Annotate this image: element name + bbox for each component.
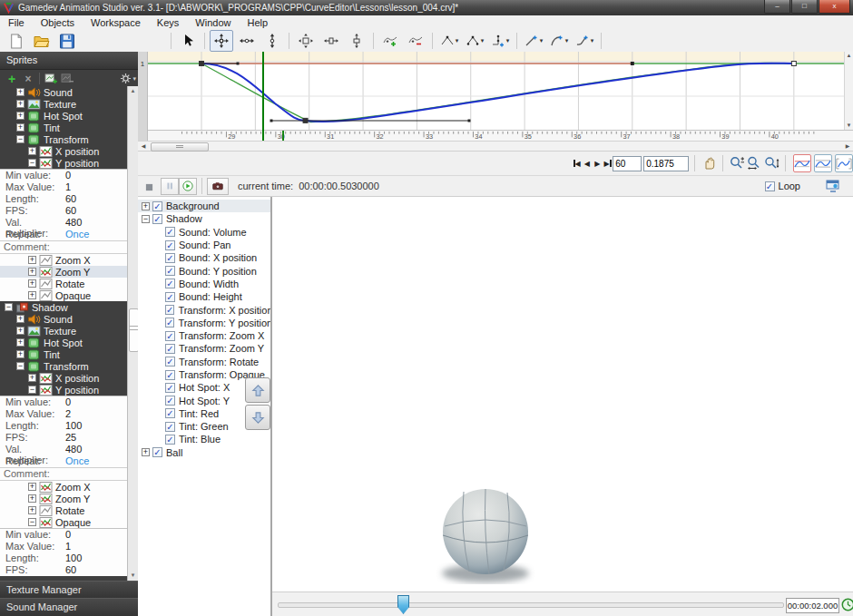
menu-item-help[interactable]: Help: [239, 15, 276, 30]
track-item-bound-height[interactable]: ✓Bound: Height: [138, 290, 270, 303]
sprite-tree-item-y-position[interactable]: −Y position: [0, 157, 128, 169]
expand-toggle[interactable]: +: [28, 291, 36, 299]
zoom-vertical-button[interactable]: [763, 154, 780, 172]
value-input[interactable]: [643, 156, 689, 171]
track-checkbox[interactable]: ✓: [165, 292, 175, 302]
dropdown-arrow-icon[interactable]: ▾: [591, 37, 594, 44]
expand-toggle[interactable]: +: [142, 202, 150, 210]
view-range-button[interactable]: [814, 154, 832, 172]
interp-scurve-tool[interactable]: ▾: [573, 30, 596, 52]
sprite-tree-item-y-position[interactable]: −Y position: [0, 384, 128, 396]
frame-ruler[interactable]: 293031323334353637383940: [148, 130, 853, 141]
add-curve-sprite-button[interactable]: [44, 72, 58, 86]
sprite-tree-item-opaque[interactable]: −Opaque: [0, 516, 128, 528]
delete-sprite-button[interactable]: ×: [21, 72, 35, 86]
expand-toggle[interactable]: +: [28, 268, 36, 276]
sprite-tree-item-x-position[interactable]: +X position: [0, 145, 128, 157]
sprite-tree-item-tint[interactable]: +Tint: [0, 122, 128, 133]
minimize-button[interactable]: –: [764, 0, 790, 14]
track-checkbox[interactable]: ✓: [165, 357, 175, 367]
pan-hand-button[interactable]: [701, 154, 718, 172]
texture-manager-panel[interactable]: Texture Manager: [0, 581, 138, 598]
tangent-smooth-tool[interactable]: ▾: [463, 30, 486, 52]
track-item-tint-blue[interactable]: ✓Tint: Blue: [138, 433, 270, 445]
scale-vertical-tool[interactable]: [345, 30, 368, 52]
scroll-up-icon[interactable]: ▲: [128, 86, 138, 96]
sound-manager-panel[interactable]: Sound Manager: [0, 598, 138, 616]
sprite-tree-item-zoom-x[interactable]: +Zoom X: [0, 481, 128, 493]
menu-item-keys[interactable]: Keys: [149, 15, 187, 30]
property-value[interactable]: Once: [65, 229, 89, 240]
expand-toggle[interactable]: −: [28, 159, 36, 167]
menu-item-objects[interactable]: Objects: [33, 15, 83, 30]
menu-item-file[interactable]: File: [0, 15, 33, 30]
select-cursor-tool[interactable]: [176, 30, 200, 52]
track-checkbox[interactable]: ✓: [165, 318, 174, 328]
sprites-tree-scrollbar[interactable]: ▲ ▼: [127, 86, 138, 581]
dropdown-arrow-icon[interactable]: ▾: [456, 37, 459, 44]
expand-toggle[interactable]: +: [16, 100, 25, 108]
track-checkbox[interactable]: ✓: [165, 227, 175, 237]
dropdown-arrow-icon[interactable]: ▾: [132, 75, 136, 83]
last-key-button[interactable]: ▶: [603, 157, 613, 170]
move-track-down-button[interactable]: [245, 405, 270, 430]
panel-settings-button[interactable]: ▾: [120, 73, 136, 84]
scale-all-tool[interactable]: [294, 30, 318, 52]
expand-toggle[interactable]: −: [16, 135, 25, 143]
prev-key-button[interactable]: ◀: [582, 157, 592, 170]
sprite-tree-item-shadow[interactable]: −Shadow: [0, 301, 128, 313]
expand-toggle[interactable]: −: [28, 386, 36, 394]
track-checkbox[interactable]: ✓: [165, 408, 175, 418]
expand-toggle[interactable]: +: [28, 494, 36, 503]
close-button[interactable]: x: [819, 0, 850, 14]
track-item-bound-width[interactable]: ✓Bound: Width: [138, 278, 270, 290]
expand-toggle[interactable]: +: [16, 112, 25, 120]
dropdown-arrow-icon[interactable]: ▾: [481, 37, 485, 44]
track-item-shadow[interactable]: −✓Shadow: [138, 212, 270, 225]
menu-item-window[interactable]: Window: [187, 15, 239, 30]
expand-toggle[interactable]: +: [28, 147, 36, 155]
tangent-corner-tool[interactable]: ▾: [437, 30, 461, 52]
snapshot-button[interactable]: [207, 178, 229, 195]
track-checkbox[interactable]: ✓: [165, 331, 175, 341]
plot-vertical-scrollbar[interactable]: ▲ ▼: [844, 52, 853, 130]
expand-toggle[interactable]: +: [16, 315, 25, 323]
track-item-transform-zoom-y[interactable]: ✓Transform: Zoom Y: [138, 342, 270, 355]
sprite-tree-item-hot-spot[interactable]: +Hot Spot: [0, 110, 128, 122]
sprite-tree-item-tint[interactable]: +Tint: [0, 348, 128, 360]
remove-key-tool[interactable]: [404, 30, 427, 52]
track-item-transform-y-position[interactable]: ✓Transform: Y position: [138, 317, 270, 329]
move-track-up-button[interactable]: [245, 377, 270, 403]
plot-horizontal-scrollbar[interactable]: ◀ ▶: [138, 141, 853, 152]
scroll-right-icon[interactable]: ▶: [842, 142, 853, 151]
scale-horizontal-tool[interactable]: [319, 30, 343, 52]
sprite-tree-item-hot-spot[interactable]: +Hot Spot: [0, 337, 128, 348]
move-horizontal-tool[interactable]: [235, 30, 259, 52]
expand-toggle[interactable]: +: [16, 123, 25, 132]
save-file-button[interactable]: [55, 30, 79, 52]
expand-toggle[interactable]: +: [142, 448, 150, 456]
add-key-tool[interactable]: [378, 30, 402, 52]
dropdown-arrow-icon[interactable]: ▾: [565, 37, 569, 44]
expand-toggle[interactable]: +: [28, 256, 36, 264]
clock-icon[interactable]: [841, 598, 853, 611]
track-item-ball[interactable]: +✓Ball: [138, 446, 270, 459]
frame-input[interactable]: [613, 156, 642, 171]
track-checkbox[interactable]: ✓: [165, 344, 175, 354]
sprite-tree-item-rotate[interactable]: +Rotate: [0, 278, 128, 289]
track-checkbox[interactable]: ✓: [152, 447, 162, 457]
expand-toggle[interactable]: +: [16, 338, 25, 347]
expand-toggle[interactable]: +: [16, 88, 25, 96]
sprite-tree-item-texture[interactable]: +Texture: [0, 325, 128, 337]
expand-toggle[interactable]: +: [16, 327, 25, 335]
expand-toggle[interactable]: −: [142, 215, 150, 223]
time-cursor[interactable]: [262, 52, 264, 141]
expand-toggle[interactable]: −: [28, 518, 36, 526]
preview-window-icon[interactable]: [826, 180, 840, 192]
sprite-tree-item-texture[interactable]: +Texture: [0, 98, 128, 110]
scroll-left-icon[interactable]: ◀: [138, 142, 149, 151]
track-checkbox[interactable]: ✓: [165, 305, 174, 315]
track-checkbox[interactable]: ✓: [165, 370, 175, 380]
sprite-tree-item-x-position[interactable]: +X position: [0, 372, 128, 384]
add-sprite-button[interactable]: +: [5, 72, 19, 86]
